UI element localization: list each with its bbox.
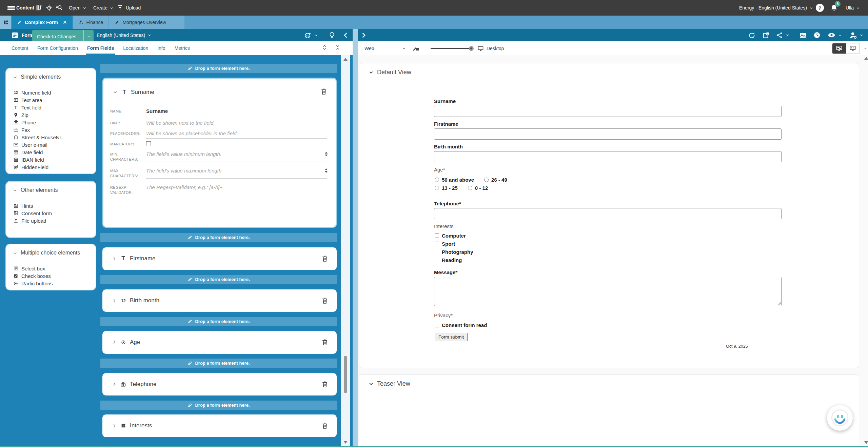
preview-surname-input[interactable] [434, 106, 782, 117]
trash-icon[interactable] [321, 297, 329, 305]
radio-0-12[interactable] [468, 186, 472, 190]
search-list-icon[interactable] [55, 0, 63, 16]
feedback-smiley-button[interactable] [827, 405, 853, 431]
drop-zone[interactable]: Drop a form element here. [100, 275, 337, 284]
preview-firstname-input[interactable] [434, 128, 782, 140]
palette-item-street[interactable]: Street & HouseNr. [13, 134, 96, 141]
open-external-button[interactable] [762, 29, 770, 41]
media-button[interactable] [799, 29, 807, 41]
refresh-button[interactable] [748, 29, 755, 41]
split-view-toggle[interactable] [832, 43, 846, 54]
teaser-view-header[interactable]: Teaser View [359, 375, 859, 387]
min-characters-input[interactable]: The field's value minimum length. [146, 150, 327, 162]
hint-input[interactable]: Will be shown next to the field. [146, 119, 327, 128]
field-card-header[interactable]: Interests [102, 422, 337, 429]
checkbox-photography[interactable] [435, 250, 439, 254]
palette-item-iban-field[interactable]: IBAN field [13, 156, 96, 163]
drop-zone[interactable]: Drop a form element here. [100, 401, 337, 410]
drop-zone[interactable]: Drop a form element here. [100, 359, 337, 368]
drop-zone[interactable]: Drop a form element here. [100, 233, 337, 242]
upload-button[interactable]: Upload [117, 0, 141, 16]
toggle-dropdown[interactable] [864, 41, 867, 55]
subtab-localization[interactable]: Localization [123, 41, 148, 55]
palette-group-header[interactable]: Multiple choice elements [13, 250, 96, 256]
preview-birthmonth-input[interactable] [434, 151, 782, 162]
stepper[interactable] [325, 152, 328, 156]
subtab-metrics[interactable]: Metrics [175, 41, 190, 55]
expand-all-icon[interactable] [321, 44, 328, 50]
library-icon[interactable] [35, 0, 43, 16]
max-characters-input[interactable]: The field's value maximum length. [146, 167, 327, 179]
palette-item-file-upload[interactable]: File upload [13, 217, 96, 224]
check-in-changes-button[interactable]: Check-In Changes [32, 30, 94, 43]
palette-item-text-field[interactable]: TText field [13, 104, 96, 111]
palette-item-fax[interactable]: Fax [13, 126, 96, 134]
collapse-panel-button[interactable] [342, 29, 349, 41]
checkbox-reading[interactable] [435, 258, 439, 262]
palette-item-numeric-field[interactable]: 12Numeric field [13, 89, 96, 96]
palette-item-user-email[interactable]: User e-mail [13, 141, 96, 148]
collapse-all-icon[interactable] [335, 44, 341, 50]
palette-item-zip[interactable]: Zip [13, 111, 96, 119]
trash-icon[interactable] [321, 255, 329, 263]
channel-selector[interactable]: Web [364, 41, 374, 55]
share-button[interactable] [776, 29, 789, 41]
tab-finance[interactable]: Finance [73, 16, 109, 29]
editor-scrollbar[interactable] [341, 55, 350, 447]
palette-item-date-field[interactable]: Date field [13, 148, 96, 156]
subtab-info[interactable]: Info [157, 41, 165, 55]
resize-handle[interactable] [777, 302, 781, 305]
palette-item-text-area[interactable]: Text area [13, 96, 96, 104]
subtab-form-configuration[interactable]: Form Configuration [37, 41, 78, 55]
palette-item-radio-buttons[interactable]: Radio buttons [13, 280, 96, 287]
hint-button[interactable] [328, 29, 336, 41]
tab-mortgages-overview[interactable]: Mortgages Overview [109, 16, 184, 29]
subtab-content[interactable]: Content [12, 41, 28, 55]
main-menu-icon[interactable] [7, 0, 15, 16]
subtab-form-fields[interactable]: Form Fields [87, 41, 114, 55]
trash-icon[interactable] [320, 87, 328, 96]
mandatory-checkbox[interactable] [146, 141, 151, 146]
notifications-button[interactable]: 8 [830, 0, 838, 16]
close-icon[interactable]: ✕ [63, 19, 67, 25]
check-in-dropdown[interactable] [83, 30, 94, 43]
checkbox-computer[interactable] [435, 233, 439, 238]
default-view-header[interactable]: Default View [359, 63, 859, 76]
drop-zone[interactable]: Drop a form element here. [100, 317, 337, 326]
scrollbar-thumb[interactable] [344, 356, 347, 393]
palette-group-header[interactable]: Simple elements [13, 74, 96, 80]
edit-device-button[interactable] [412, 41, 420, 55]
checkbox-sport[interactable] [435, 242, 439, 246]
palette-item-consent-form[interactable]: Consent form [13, 209, 96, 217]
slider-handle[interactable] [469, 46, 474, 51]
user-menu[interactable]: Ulla [846, 0, 860, 16]
site-selector[interactable]: Energy - English (United States) [739, 0, 813, 16]
palette-item-select-box[interactable]: Select box [13, 265, 96, 272]
scroll-up-icon[interactable] [343, 58, 348, 61]
preview-scroll-down-icon[interactable] [864, 441, 868, 444]
radio-50-and-above[interactable] [435, 178, 439, 182]
preview-telephone-input[interactable] [434, 208, 782, 219]
preview-mode-button[interactable] [827, 29, 842, 41]
channel-dropdown[interactable] [402, 41, 406, 55]
history-button[interactable] [813, 29, 821, 41]
preview-scroll-up-icon[interactable] [864, 57, 868, 60]
personas-button[interactable] [849, 29, 863, 41]
pane-divider[interactable] [353, 29, 358, 447]
focus-target-icon[interactable] [45, 0, 53, 16]
form-submit-button[interactable]: Form submit [435, 333, 468, 341]
checkbox-consent[interactable] [435, 323, 439, 327]
field-card-header[interactable]: Telephone [102, 381, 337, 388]
preview-message-textarea[interactable] [434, 277, 782, 306]
regexp-input[interactable]: The Regexp-Validator, e.g.: [a-b]+ [146, 184, 327, 195]
radio-26-49[interactable] [484, 178, 489, 182]
full-view-toggle[interactable] [846, 43, 860, 54]
field-card-header[interactable]: T Surname [103, 89, 336, 96]
field-card-header[interactable]: Age [102, 339, 337, 346]
palette-item-check-boxes[interactable]: Check boxes [13, 272, 96, 280]
field-card-header[interactable]: 12 Birth month [102, 297, 337, 304]
tab-switcher[interactable] [0, 16, 11, 29]
field-card-header[interactable]: T Firstname [102, 255, 337, 262]
radio-13-25[interactable] [435, 186, 439, 190]
trash-icon[interactable] [321, 380, 329, 388]
